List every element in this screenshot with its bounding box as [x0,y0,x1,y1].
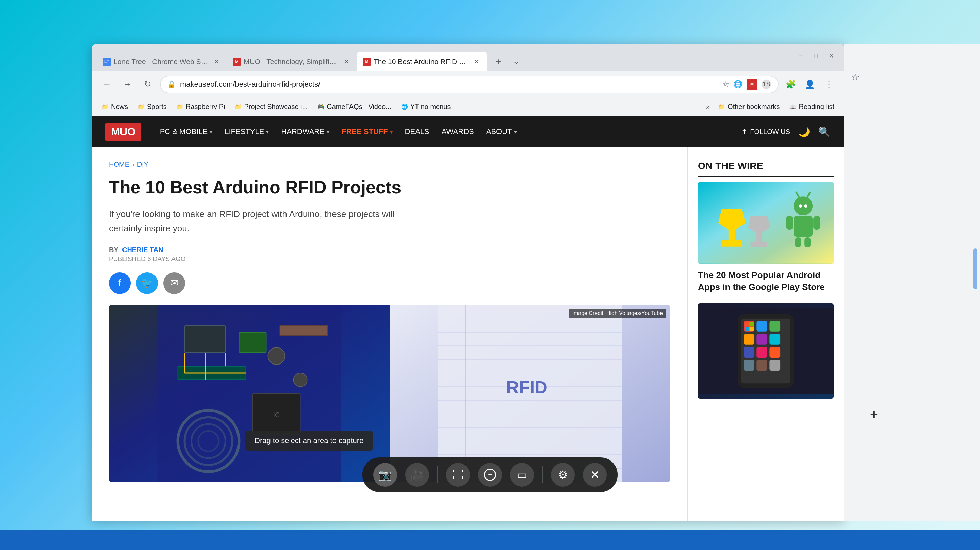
close-button[interactable]: ✕ [825,50,837,62]
wire-card-1[interactable]: The 20 Most Popular Android Apps in the … [698,182,834,293]
capture-close-button[interactable]: ✕ [583,463,607,487]
reading-list-icon: 📖 [789,103,797,111]
site-search-icon[interactable]: 🔍 [818,126,830,137]
back-button[interactable]: ← [99,76,115,92]
tab-3[interactable]: M The 10 Best Arduino RFID Proje... ✕ [357,52,487,72]
wire-card-1-title[interactable]: The 20 Most Popular Android Apps in the … [698,269,834,293]
extensions-icon: 🧩 [786,80,796,89]
circuit-board-left: IC [109,305,390,482]
camera-icon: 📷 [379,468,392,481]
wire-card-2-image[interactable] [698,303,834,399]
nav-pc-mobile[interactable]: PC & MOBILE ▾ [154,124,218,139]
translate-icon[interactable]: 🌐 [733,80,743,89]
chevron-down-icon: ▾ [266,129,269,135]
article-title: The 10 Best Arduino RFID Projects [109,177,670,198]
toolbar-divider [437,466,438,483]
profile-button[interactable]: 👤 [802,76,818,92]
bookmark-news[interactable]: 📁 News [97,101,132,113]
extensions-button[interactable]: 🧩 [783,76,799,92]
profile-icon: 👤 [805,80,815,89]
plus-cursor: + [870,407,878,422]
svg-rect-40 [795,237,801,247]
nav-awards[interactable]: AWARDS [436,124,479,139]
muo-nav-links: PC & MOBILE ▾ LIFESTYLE ▾ HARDWARE ▾ FRE… [154,124,742,139]
tab-overflow-button[interactable]: ⌄ [508,53,525,70]
author-info: BY CHERIE TAN PUBLISHED 6 DAYS AGO [109,246,670,263]
bookmark-gamefaqs[interactable]: 🎮 GameFAQs - Video... [313,101,395,113]
breadcrumb-home[interactable]: HOME [109,161,129,169]
more-bookmarks-button[interactable]: » [703,101,713,113]
muo-logo[interactable]: MUO [105,123,141,141]
breadcrumb-separator: › [132,161,134,169]
bookmark-rpi-label: Raspberry Pi [186,103,225,111]
nav-hardware[interactable]: HARDWARE ▾ [275,124,335,139]
video-record-button[interactable]: 🎥 [405,463,429,487]
svg-point-9 [294,373,307,387]
menu-button[interactable]: ⋮ [821,76,837,92]
tab-1-close[interactable]: ✕ [212,57,221,66]
svg-rect-60 [749,327,754,331]
bookmarks-star-icon[interactable]: ☆ [851,72,859,82]
bookmark-project-showcase[interactable]: 📁 Project Showcase i... [231,101,312,113]
screenshot-tool-button[interactable]: 📷 [373,463,397,487]
browser-window: LT Lone Tree - Chrome Web Store ✕ M MUO … [92,44,844,521]
author-name: BY CHERIE TAN [109,246,670,254]
windows-taskbar[interactable] [0,529,980,550]
svg-point-35 [799,204,802,207]
window-capture-button[interactable]: ▭ [510,463,534,487]
fullscreen-capture-button[interactable]: ⛶ [446,463,470,487]
address-bar[interactable]: 🔒 makeuseof.com/best-arduino-rfid-projec… [160,76,778,93]
tab-strip: LT Lone Tree - Chrome Web Store ✕ M MUO … [97,52,795,72]
bookmark-raspberry-pi[interactable]: 📁 Raspberry Pi [172,101,229,113]
svg-rect-16 [280,325,328,336]
extension-count-badge[interactable]: 18 [762,80,771,89]
tab-2[interactable]: M MUO - Technology, Simplified... ✕ [227,52,356,72]
forward-button[interactable]: → [119,76,135,92]
bookmark-news-label: News [111,103,128,111]
bookmark-yt[interactable]: 🌐 YT no menus [397,101,455,113]
minimize-button[interactable]: ─ [795,50,807,62]
toolbar-icons: 🧩 👤 ⋮ [783,76,837,92]
refresh-button[interactable]: ↻ [140,76,156,92]
svg-rect-54 [743,360,754,371]
nav-free-stuff[interactable]: FREE STUFF ▾ [336,124,398,139]
dark-mode-toggle[interactable]: 🌙 [798,126,810,137]
svg-point-8 [268,348,285,365]
new-tab-button[interactable]: + [490,53,507,70]
tab-3-close[interactable]: ✕ [472,57,481,66]
lock-icon: 🔒 [167,80,176,88]
capture-settings-button[interactable]: ⚙ [551,463,575,487]
breadcrumb-section[interactable]: DIY [137,161,148,169]
region-capture-button[interactable]: + [478,463,502,487]
maximize-button[interactable]: □ [810,50,822,62]
nav-deals[interactable]: DEALS [399,124,435,139]
right-panel-bookmarks-label: ☆ [851,72,859,83]
svg-rect-49 [756,334,767,345]
facebook-share-button[interactable]: f [109,272,130,294]
tab-1[interactable]: LT Lone Tree - Chrome Web Store ✕ [97,52,227,72]
bookmark-star-icon[interactable]: ☆ [722,80,729,89]
folder-icon: 📁 [137,103,145,111]
scroll-indicator[interactable] [973,249,977,289]
muo-extension-icon[interactable]: M [746,79,757,90]
email-share-button[interactable]: ✉ [163,272,185,294]
twitter-share-button[interactable]: 🐦 [136,272,158,294]
follow-us-button[interactable]: ⬆ FOLLOW US [741,128,790,136]
svg-rect-48 [743,334,754,345]
nav-about[interactable]: ABOUT ▾ [481,124,522,139]
svg-text:RFID: RFID [506,378,547,397]
capture-tooltip: Drag to select an area to capture [245,431,373,451]
tab-2-close[interactable]: ✕ [342,57,351,66]
svg-rect-46 [756,321,767,332]
bookmark-reading-list[interactable]: 📖 Reading list [785,101,838,113]
bookmark-other[interactable]: 📁 Other bookmarks [714,101,784,113]
author-name-text[interactable]: CHERIE TAN [122,246,163,253]
bookmarks-bar: 📁 News 📁 Sports 📁 Raspberry Pi 📁 Project… [92,97,844,116]
svg-text:IC: IC [273,411,280,419]
nav-lifestyle[interactable]: LIFESTYLE ▾ [219,124,274,139]
bookmark-yt-label: YT no menus [410,103,451,111]
right-panel: ☆ + [844,44,980,521]
svg-rect-50 [769,334,780,345]
bookmark-sports[interactable]: 📁 Sports [134,101,171,113]
circuit-board-right: RFID [390,305,670,482]
